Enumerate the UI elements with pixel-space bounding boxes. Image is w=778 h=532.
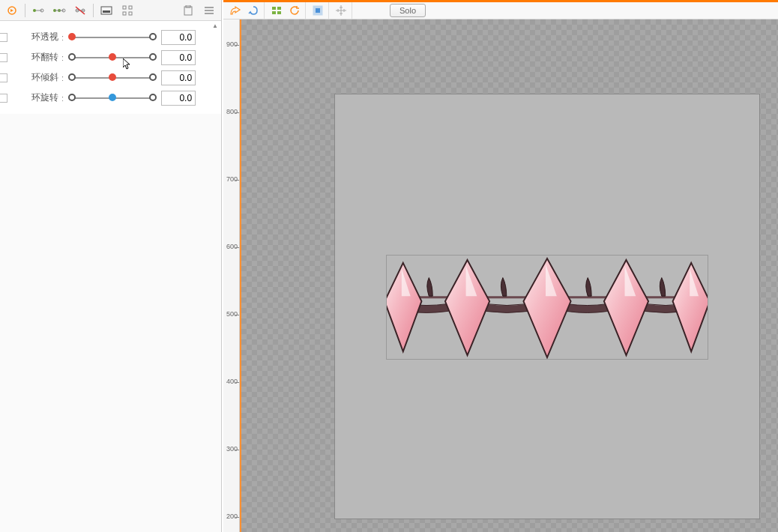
svg-rect-18 <box>184 7 192 15</box>
svg-rect-17 <box>129 12 132 15</box>
clipboard-icon[interactable] <box>178 1 199 19</box>
parameter-panel: ▲ 环透视 : 环翻转 : <box>0 0 222 532</box>
bounds-icon[interactable] <box>310 3 325 18</box>
ruler-mark: 600 <box>223 243 238 250</box>
lasso-tool-icon[interactable] <box>246 3 261 18</box>
param-row-flip: 环翻转 : <box>1 47 220 67</box>
param-checkbox[interactable] <box>0 53 7 62</box>
ruler-mark: 300 <box>223 445 238 453</box>
no-key-icon[interactable] <box>70 1 91 19</box>
svg-rect-14 <box>123 6 126 9</box>
parameter-list: 环透视 : 环翻转 : 环倾斜 : <box>0 21 221 114</box>
scroll-up-icon[interactable]: ▲ <box>212 22 220 30</box>
param-value-input[interactable] <box>161 70 196 85</box>
param-row-tilt: 环倾斜 : <box>1 67 220 88</box>
param-checkbox[interactable] <box>0 33 7 42</box>
param-row-rotate: 环旋转 : <box>1 88 220 108</box>
menu-icon[interactable] <box>199 1 220 19</box>
param-slider[interactable] <box>68 71 157 85</box>
ruler-mark: 500 <box>223 310 238 318</box>
param-slider[interactable] <box>68 51 157 64</box>
svg-rect-16 <box>123 12 126 15</box>
param-checkbox[interactable] <box>0 73 7 82</box>
svg-rect-24 <box>277 7 281 10</box>
display-icon[interactable] <box>96 1 117 19</box>
param-label: 环翻转 <box>16 51 61 64</box>
svg-rect-26 <box>277 11 281 14</box>
separator <box>93 4 94 17</box>
ruler-mark: 200 <box>223 513 238 520</box>
solo-button[interactable]: Solo <box>390 4 426 17</box>
ruler-mark: 900 <box>223 40 238 48</box>
param-label: 环倾斜 <box>16 71 61 84</box>
key-multi-icon[interactable] <box>49 1 70 19</box>
viewport-toolbar: Solo <box>223 0 778 19</box>
svg-point-1 <box>33 9 36 12</box>
separator <box>25 4 25 17</box>
grid-icon[interactable] <box>117 1 138 19</box>
svg-rect-15 <box>129 6 132 9</box>
left-toolbar <box>0 0 221 21</box>
snap-grid-icon[interactable] <box>334 3 349 18</box>
key-single-icon[interactable] <box>28 1 49 19</box>
param-value-input[interactable] <box>161 50 196 65</box>
param-value-input[interactable] <box>161 30 196 45</box>
grid-green-icon[interactable] <box>269 3 284 18</box>
viewport-panel: Solo 900 800 700 600 500 400 300 200 <box>223 0 778 532</box>
refresh-icon[interactable] <box>287 3 302 18</box>
svg-rect-13 <box>103 10 110 13</box>
crown-graphic[interactable] <box>386 255 708 360</box>
ruler-mark: 800 <box>223 108 238 115</box>
svg-rect-23 <box>272 7 276 10</box>
param-row-perspective: 环透视 : <box>1 27 220 47</box>
vertical-ruler: 900 800 700 600 500 400 300 200 <box>223 19 240 532</box>
param-slider[interactable] <box>68 91 157 105</box>
param-label: 环旋转 <box>16 91 61 104</box>
param-checkbox[interactable] <box>0 94 7 103</box>
svg-rect-28 <box>316 8 320 13</box>
param-value-input[interactable] <box>161 91 196 106</box>
canvas-frame[interactable] <box>334 94 760 519</box>
param-slider[interactable] <box>68 31 157 44</box>
svg-rect-25 <box>272 11 276 14</box>
expand-icon[interactable] <box>1 1 22 19</box>
ruler-mark: 700 <box>223 175 238 183</box>
canvas-viewport[interactable] <box>240 19 778 532</box>
arrow-tool-icon[interactable] <box>228 3 243 18</box>
param-label: 环透视 <box>16 31 61 43</box>
ruler-mark: 400 <box>223 378 238 385</box>
